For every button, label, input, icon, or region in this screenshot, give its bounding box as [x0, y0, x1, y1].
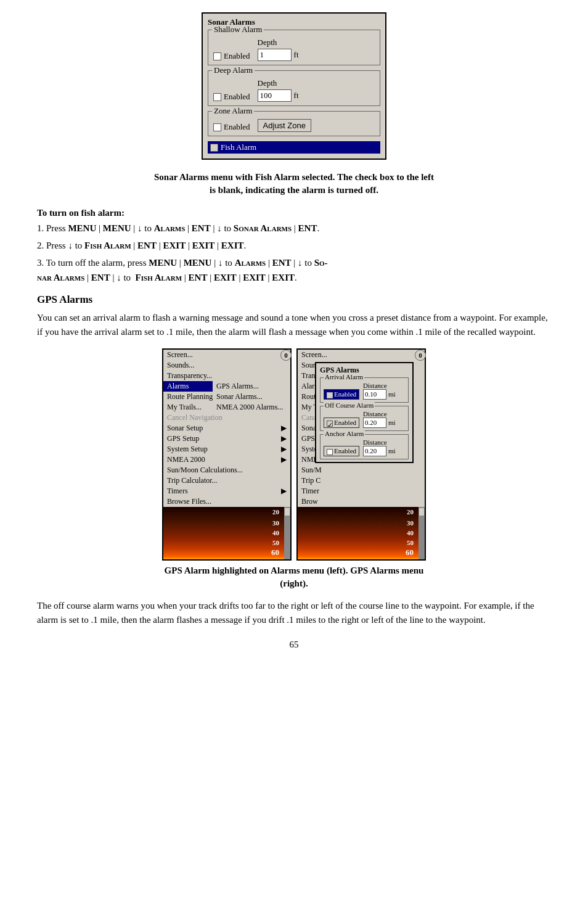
adjust-zone-button[interactable]: Adjust Zone [258, 119, 311, 132]
deep-alarm-row: Enabled Depth 100 ft [213, 78, 375, 102]
right-sonar-40: 40 [407, 529, 414, 537]
left-trails-row: My Trails... NMEA 2000 Alarms... [163, 402, 290, 413]
right-scroll-thumb [419, 508, 424, 516]
left-sonar-20: 20 [272, 508, 279, 516]
left-nmea-alarms-sub[interactable]: NMEA 2000 Alarms... [213, 402, 290, 413]
left-sonar-40: 40 [272, 529, 279, 537]
arrival-distance-col: Distance 0.10 mi [363, 382, 396, 400]
zone-alarm-section: Zone Alarm Enabled Adjust Zone [208, 111, 380, 136]
right-zero-indicator: 0 [415, 350, 426, 361]
offcourse-distance-col: Distance 0.20 mi [363, 410, 396, 428]
left-sonar-alarms-sub[interactable]: Sonar Alarms... [213, 392, 290, 402]
deep-depth-input-row: 100 ft [258, 89, 299, 102]
left-cancel-nav: Cancel Navigation [163, 413, 290, 423]
left-nmea[interactable]: NMEA 2000 ▶ [163, 454, 290, 465]
page-number: 65 [37, 639, 551, 650]
arrival-unit: mi [388, 390, 396, 398]
left-menu-sounds[interactable]: Sounds... [163, 360, 290, 371]
arrival-check [327, 392, 333, 398]
zone-enabled-group: Enabled [213, 122, 250, 132]
step3: 3. To turn off the alarm, press MENU | M… [37, 255, 551, 285]
shallow-enabled-checkbox[interactable] [213, 52, 221, 60]
left-route-planning[interactable]: Route Planning [163, 392, 213, 402]
right-sonar-20: 20 [407, 508, 414, 516]
left-system-setup[interactable]: System Setup ▶ [163, 444, 290, 454]
off-course-text: The off course alarm warns you when your… [37, 599, 551, 628]
right-sonar-60: 60 [406, 548, 414, 557]
sonar-dialog-container: Sonar Alarms Shallow Alarm Enabled Depth… [37, 12, 551, 160]
right-browse[interactable]: Brow [298, 496, 425, 507]
left-sonar-60: 60 [271, 548, 279, 557]
left-sonar-50: 50 [272, 539, 279, 546]
gps-body-text: You can set an arrival alarm to flash a … [37, 311, 551, 340]
offcourse-enabled-box[interactable]: ✓Enabled [324, 417, 359, 427]
left-menu-screen[interactable]: Screen... ▶ [163, 350, 290, 360]
left-sonar-setup[interactable]: Sonar Setup ▶ [163, 423, 290, 434]
left-trip-calc[interactable]: Trip Calculator... [163, 475, 290, 486]
left-sun-moon[interactable]: Sun/Moon Calculations... [163, 465, 290, 475]
deep-enabled-checkbox[interactable] [213, 93, 221, 101]
deep-depth-label: Depth [258, 78, 299, 88]
right-scrollbar[interactable] [419, 507, 425, 559]
shallow-depth-label: Depth [258, 38, 299, 47]
offcourse-unit: mi [388, 419, 396, 426]
offcourse-dist-row: 0.20 mi [363, 417, 396, 428]
anchor-distance-col: Distance 0.20 mi [363, 438, 396, 456]
left-timers[interactable]: Timers ▶ [163, 486, 290, 496]
anchor-enabled-box[interactable]: Enabled [324, 446, 359, 456]
deep-depth-col: Depth 100 ft [258, 78, 299, 102]
shallow-alarm-title: Shallow Alarm [212, 25, 264, 35]
offcourse-dist-input[interactable]: 0.20 [363, 417, 386, 428]
deep-alarm-title: Deep Alarm [212, 65, 255, 75]
zone-alarm-row: Enabled Adjust Zone [213, 119, 375, 132]
anchor-dist-input[interactable]: 0.20 [363, 446, 386, 456]
step2: 2. Press ↓ to Fish Alarm | ENT | EXIT | … [37, 238, 551, 253]
anchor-alarm-title: Anchor Alarm [324, 430, 365, 437]
left-menu-alarms[interactable]: Alarms [163, 381, 213, 392]
left-route-row: Route Planning Sonar Alarms... [163, 392, 290, 402]
right-sunmoon[interactable]: Sun/M [298, 465, 425, 475]
left-browse[interactable]: Browse Files... [163, 496, 290, 507]
gps-screenshots: Screen... ▶ Sounds... Transparency... Al… [37, 348, 551, 561]
arrival-dist-input[interactable]: 0.10 [363, 389, 386, 400]
right-sonar-bg: 20 30 40 50 60 [298, 507, 425, 559]
left-menu-transparency[interactable]: Transparency... [163, 371, 290, 381]
shallow-unit: ft [294, 50, 299, 60]
left-scroll-thumb [285, 508, 290, 516]
arrival-enabled-box[interactable]: Enabled [324, 389, 359, 399]
arrival-alarm-section: Arrival Alarm Enabled Distance 0.10 mi [320, 377, 409, 403]
offcourse-alarm-title: Off Course Alarm [324, 401, 375, 409]
offcourse-row: ✓Enabled Distance 0.20 mi [324, 410, 405, 428]
left-scrollbar[interactable] [284, 507, 290, 559]
arrival-alarm-title: Arrival Alarm [324, 373, 364, 380]
left-zero-indicator: 0 [280, 350, 292, 361]
anchor-check [327, 449, 333, 455]
offcourse-alarm-section: Off Course Alarm ✓Enabled Distance 0.20 … [320, 406, 409, 431]
caption1: Sonar Alarms menu with Fish Alarm select… [37, 171, 551, 197]
fish-alarm-checkbox[interactable] [210, 144, 218, 152]
step1: 1. Press MENU | MENU | ↓ to Alarms | ENT… [37, 221, 551, 236]
zone-enabled-checkbox[interactable] [213, 123, 221, 131]
right-screen[interactable]: Screen... ▶ [298, 350, 425, 360]
right-trip[interactable]: Trip C [298, 475, 425, 486]
shallow-alarm-section: Shallow Alarm Enabled Depth 1 ft [208, 30, 380, 65]
left-gps-setup[interactable]: GPS Setup ▶ [163, 434, 290, 444]
shallow-depth-col: Depth 1 ft [258, 38, 299, 61]
shallow-depth-input[interactable]: 1 [258, 49, 292, 61]
deep-depth-input[interactable]: 100 [258, 89, 292, 102]
left-gps-alarms-sub[interactable]: GPS Alarms... [213, 381, 290, 392]
right-panel-wrapper: Screen... ▶ Sounds... Transparency... Al… [296, 348, 426, 561]
anchor-dist-label: Distance [363, 438, 396, 446]
left-panel-wrapper: Screen... ▶ Sounds... Transparency... Al… [162, 348, 292, 561]
arrival-dist-row: 0.10 mi [363, 389, 396, 400]
deep-enabled-group: Enabled [213, 92, 250, 102]
left-menu-panel: Screen... ▶ Sounds... Transparency... Al… [162, 348, 292, 561]
left-sonar-bg: 20 30 40 50 60 [163, 507, 290, 559]
shallow-enabled-label: Enabled [224, 51, 250, 61]
left-my-trails[interactable]: My Trails... [163, 402, 213, 413]
right-timer[interactable]: Timer [298, 486, 425, 496]
left-menu-top: Screen... ▶ Sounds... Transparency... Al… [163, 350, 290, 507]
shallow-enabled-group: Enabled [213, 51, 250, 61]
sonar-alarms-dialog: Sonar Alarms Shallow Alarm Enabled Depth… [202, 12, 386, 160]
right-sonar-50: 50 [407, 539, 414, 546]
